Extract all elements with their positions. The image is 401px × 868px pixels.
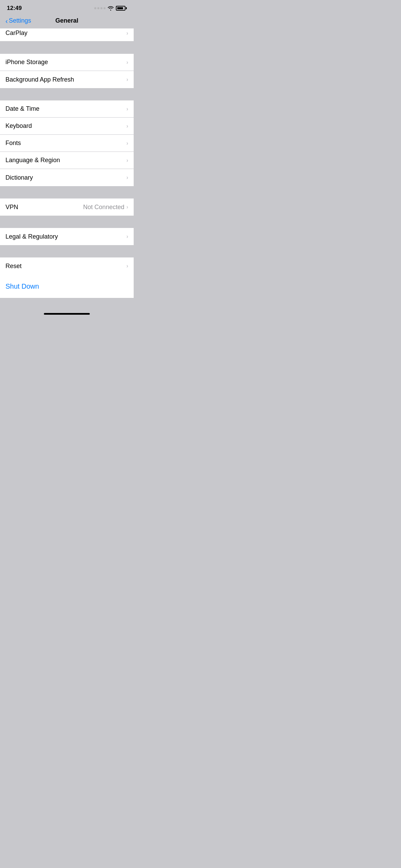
fonts-chevron-icon: › — [126, 140, 128, 146]
vpn-chevron-icon: › — [126, 204, 128, 210]
legal-section: Legal & Regulatory › — [0, 228, 134, 245]
shutdown-label: Shut Down — [5, 282, 39, 290]
reset-label: Reset — [5, 263, 22, 270]
background-app-refresh-label: Background App Refresh — [5, 76, 74, 83]
carplay-chevron-icon: › — [126, 30, 128, 36]
vpn-label: VPN — [5, 204, 18, 211]
home-indicator — [0, 310, 134, 317]
dictionary-chevron-icon: › — [126, 174, 128, 181]
fonts-label: Fonts — [5, 140, 21, 147]
legal-regulatory-chevron-icon: › — [126, 233, 128, 240]
language-region-right: › — [126, 157, 128, 164]
nav-bar: ‹ Settings General — [0, 14, 134, 28]
reset-chevron-icon: › — [126, 263, 128, 269]
iphone-storage-right: › — [126, 59, 128, 65]
back-label: Settings — [9, 17, 31, 24]
language-region-chevron-icon: › — [126, 157, 128, 164]
background-app-refresh-right: › — [126, 76, 128, 83]
dictionary-right: › — [126, 174, 128, 181]
iphone-storage-chevron-icon: › — [126, 59, 128, 65]
signal-icon — [94, 7, 106, 9]
page-title: General — [55, 17, 78, 24]
dictionary-item[interactable]: Dictionary › — [0, 169, 134, 186]
background-app-refresh-chevron-icon: › — [126, 76, 128, 83]
legal-regulatory-item[interactable]: Legal & Regulatory › — [0, 228, 134, 245]
status-bar: 12:49 — [0, 0, 134, 14]
battery-icon — [116, 6, 127, 11]
wifi-icon — [108, 6, 114, 11]
language-region-label: Language & Region — [5, 157, 60, 164]
keyboard-label: Keyboard — [5, 122, 32, 130]
status-icons — [94, 6, 127, 11]
carplay-label: CarPlay — [5, 29, 27, 37]
vpn-right: Not Connected › — [83, 204, 128, 211]
legal-regulatory-label: Legal & Regulatory — [5, 233, 58, 240]
storage-section: iPhone Storage › Background App Refresh … — [0, 54, 134, 88]
settings-list: CarPlay › iPhone Storage › Background Ap… — [0, 28, 134, 310]
section-divider-5 — [0, 245, 134, 257]
keyboard-right: › — [126, 123, 128, 129]
section-divider-4 — [0, 216, 134, 228]
section-divider-2 — [0, 88, 134, 100]
date-time-chevron-icon: › — [126, 106, 128, 112]
iphone-storage-item[interactable]: iPhone Storage › — [0, 54, 134, 71]
keyboard-item[interactable]: Keyboard › — [0, 118, 134, 135]
vpn-item[interactable]: VPN Not Connected › — [0, 198, 134, 216]
iphone-storage-label: iPhone Storage — [5, 59, 48, 66]
section-divider-bottom — [0, 298, 134, 310]
section-divider-1 — [0, 41, 134, 54]
legal-regulatory-right: › — [126, 233, 128, 240]
reset-section: Reset › — [0, 257, 134, 275]
background-app-refresh-item[interactable]: Background App Refresh › — [0, 71, 134, 88]
back-button[interactable]: ‹ Settings — [5, 17, 31, 24]
vpn-section: VPN Not Connected › — [0, 198, 134, 216]
date-time-item[interactable]: Date & Time › — [0, 100, 134, 118]
reset-item[interactable]: Reset › — [0, 257, 134, 275]
vpn-value: Not Connected — [83, 204, 124, 211]
shutdown-item[interactable]: Shut Down — [0, 275, 134, 298]
reset-right: › — [126, 263, 128, 269]
back-chevron-icon: ‹ — [5, 17, 8, 24]
fonts-right: › — [126, 140, 128, 146]
date-time-label: Date & Time — [5, 105, 39, 112]
date-time-right: › — [126, 106, 128, 112]
language-region-item[interactable]: Language & Region › — [0, 152, 134, 169]
fonts-item[interactable]: Fonts › — [0, 135, 134, 152]
home-bar — [44, 313, 90, 315]
keyboard-chevron-icon: › — [126, 123, 128, 129]
status-time: 12:49 — [7, 5, 22, 12]
carplay-item[interactable]: CarPlay › — [0, 28, 134, 41]
section-divider-3 — [0, 186, 134, 198]
localization-section: Date & Time › Keyboard › Fonts › Languag… — [0, 100, 134, 186]
dictionary-label: Dictionary — [5, 174, 33, 181]
